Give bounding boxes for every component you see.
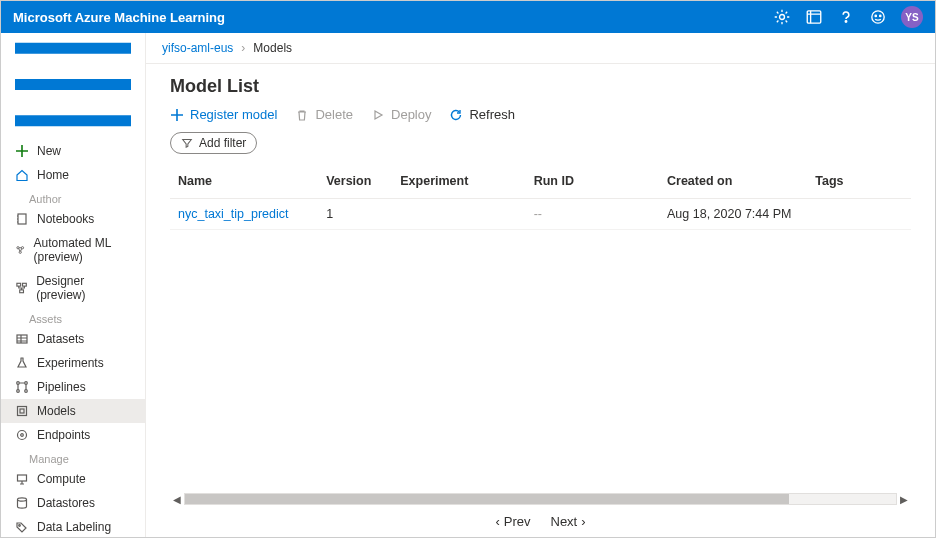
button-label: Next xyxy=(551,514,578,529)
directory-icon[interactable] xyxy=(805,8,823,26)
next-button[interactable]: Next › xyxy=(551,514,586,529)
add-filter-button[interactable]: Add filter xyxy=(170,132,257,154)
feedback-icon[interactable] xyxy=(869,8,887,26)
sidebar-item-datasets[interactable]: Datasets xyxy=(1,327,145,351)
datastore-icon xyxy=(15,496,29,510)
hamburger-icon[interactable] xyxy=(1,33,145,139)
svg-point-16 xyxy=(17,390,20,393)
sidebar-item-label: Datasets xyxy=(37,332,84,346)
sidebar-item-experiments[interactable]: Experiments xyxy=(1,351,145,375)
sidebar-item-models[interactable]: Models xyxy=(1,399,145,423)
col-version[interactable]: Version xyxy=(318,164,392,199)
sidebar-item-endpoints[interactable]: Endpoints xyxy=(1,423,145,447)
sidebar-item-datastores[interactable]: Datastores xyxy=(1,491,145,515)
chevron-right-icon: › xyxy=(241,41,245,55)
flask-icon xyxy=(15,356,29,370)
svg-point-21 xyxy=(21,434,24,437)
section-author: Author xyxy=(1,187,145,207)
sidebar-item-designer[interactable]: Designer (preview) xyxy=(1,269,145,307)
sidebar-item-home[interactable]: Home xyxy=(1,163,145,187)
datasets-icon xyxy=(15,332,29,346)
home-icon xyxy=(15,168,29,182)
sidebar-item-label: Data Labeling xyxy=(37,520,111,534)
filter-icon xyxy=(181,137,193,149)
sidebar-item-compute[interactable]: Compute xyxy=(1,467,145,491)
table-header-row: Name Version Experiment Run ID Created o… xyxy=(170,164,911,199)
svg-point-5 xyxy=(880,15,881,16)
sidebar-item-label: Experiments xyxy=(37,356,104,370)
designer-icon xyxy=(15,281,28,295)
table-row[interactable]: nyc_taxi_tip_predict 1 -- Aug 18, 2020 7… xyxy=(170,199,911,230)
deploy-button: Deploy xyxy=(371,107,431,122)
sidebar-item-label: Endpoints xyxy=(37,428,90,442)
sidebar-item-pipelines[interactable]: Pipelines xyxy=(1,375,145,399)
model-name-link[interactable]: nyc_taxi_tip_predict xyxy=(178,207,288,221)
main: yifso-aml-eus › Models Model List Regist… xyxy=(146,33,935,537)
model-version: 1 xyxy=(318,199,392,230)
gear-icon[interactable] xyxy=(773,8,791,26)
model-tags xyxy=(807,199,911,230)
sidebar-item-label: Notebooks xyxy=(37,212,94,226)
col-name[interactable]: Name xyxy=(170,164,318,199)
chevron-left-icon: ‹ xyxy=(495,514,499,529)
avatar[interactable]: YS xyxy=(901,6,923,28)
notebook-icon xyxy=(15,212,29,226)
section-assets: Assets xyxy=(1,307,145,327)
endpoints-icon xyxy=(15,428,29,442)
help-icon[interactable] xyxy=(837,8,855,26)
svg-point-17 xyxy=(25,390,28,393)
refresh-icon xyxy=(449,108,463,122)
sidebar-item-label: Automated ML (preview) xyxy=(33,236,131,264)
svg-point-2 xyxy=(845,21,846,22)
model-experiment xyxy=(392,199,525,230)
trash-icon xyxy=(295,108,309,122)
horizontal-scrollbar[interactable]: ◀ ▶ xyxy=(162,492,919,506)
scroll-left-icon[interactable]: ◀ xyxy=(170,494,184,505)
col-tags[interactable]: Tags xyxy=(807,164,911,199)
sidebar-item-label: Models xyxy=(37,404,76,418)
plus-icon xyxy=(170,108,184,122)
scroll-track[interactable] xyxy=(184,493,897,505)
col-experiment[interactable]: Experiment xyxy=(392,164,525,199)
sidebar: New Home Author Notebooks Automated ML (… xyxy=(1,33,146,537)
svg-point-14 xyxy=(17,382,20,385)
sidebar-item-notebooks[interactable]: Notebooks xyxy=(1,207,145,231)
sidebar-item-data-labeling[interactable]: Data Labeling xyxy=(1,515,145,537)
svg-point-9 xyxy=(19,251,21,253)
breadcrumb-current: Models xyxy=(253,41,292,55)
sidebar-item-label: Home xyxy=(37,168,69,182)
col-created-on[interactable]: Created on xyxy=(659,164,807,199)
button-label: Prev xyxy=(504,514,531,529)
svg-point-4 xyxy=(875,15,876,16)
register-model-button[interactable]: Register model xyxy=(170,107,277,122)
col-run-id[interactable]: Run ID xyxy=(526,164,659,199)
top-icons: YS xyxy=(773,6,923,28)
scroll-right-icon[interactable]: ▶ xyxy=(897,494,911,505)
tag-icon xyxy=(15,520,29,534)
svg-rect-1 xyxy=(807,11,821,23)
svg-rect-13 xyxy=(17,335,27,343)
sidebar-item-automated-ml[interactable]: Automated ML (preview) xyxy=(1,231,145,269)
button-label: Deploy xyxy=(391,107,431,122)
prev-button[interactable]: ‹ Prev xyxy=(495,514,530,529)
pagination: ‹ Prev Next › xyxy=(146,506,935,537)
page-title: Model List xyxy=(170,76,911,97)
svg-rect-18 xyxy=(18,407,27,416)
scroll-thumb[interactable] xyxy=(185,494,789,504)
sidebar-item-label: Datastores xyxy=(37,496,95,510)
button-label: Register model xyxy=(190,107,277,122)
pipeline-icon xyxy=(15,380,29,394)
svg-rect-22 xyxy=(18,475,27,481)
svg-point-24 xyxy=(19,525,21,527)
svg-point-20 xyxy=(18,431,27,440)
chevron-right-icon: › xyxy=(581,514,585,529)
refresh-button[interactable]: Refresh xyxy=(449,107,515,122)
svg-rect-10 xyxy=(17,283,21,286)
breadcrumb: yifso-aml-eus › Models xyxy=(146,33,935,64)
breadcrumb-workspace[interactable]: yifso-aml-eus xyxy=(162,41,233,55)
svg-point-23 xyxy=(18,498,27,501)
brand-title: Microsoft Azure Machine Learning xyxy=(13,10,773,25)
model-created-on: Aug 18, 2020 7:44 PM xyxy=(659,199,807,230)
models-table: Name Version Experiment Run ID Created o… xyxy=(170,164,911,230)
sidebar-item-new[interactable]: New xyxy=(1,139,145,163)
